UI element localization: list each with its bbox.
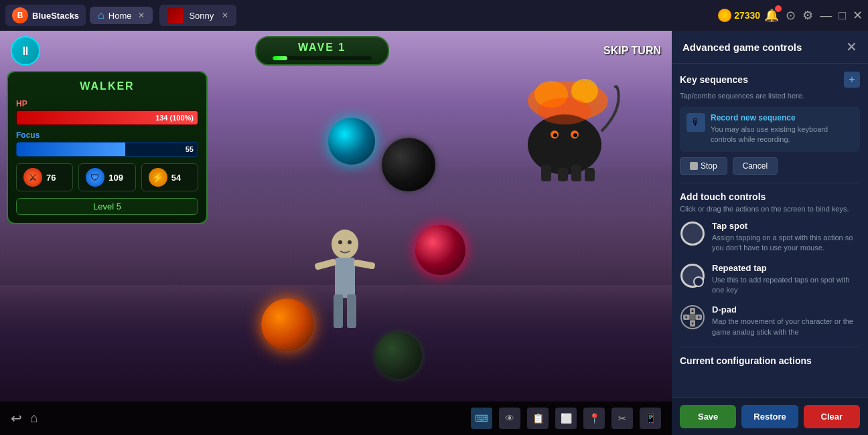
record-sequence-link[interactable]: Record new sequence (711, 113, 853, 122)
attack-stat: ⚔ 76 (16, 163, 73, 191)
record-icon: 🎙 (686, 113, 705, 132)
cancel-button[interactable]: Cancel (733, 157, 778, 175)
skip-turn-button[interactable]: SKIP TURN (603, 45, 661, 57)
stats-panel: WALKER HP 134 (100%) Focus 55 ⚔ 76 (7, 71, 208, 224)
focus-value: 55 (186, 145, 194, 153)
top-icons: 🔔 ⊙ ⚙ — □ ✕ (764, 8, 863, 23)
game-area: ⏸ WAVE 1 SKIP TURN WALKER HP 134 (100%) … (0, 31, 672, 435)
game-icon (167, 7, 184, 23)
level-bar: Level 5 (16, 198, 198, 215)
home-tab[interactable]: ⌂ Home ✕ (90, 7, 153, 24)
skill-orb-3[interactable] (415, 225, 465, 275)
character-name: WALKER (16, 80, 198, 92)
svg-rect-14 (335, 258, 355, 298)
divider-1 (680, 183, 860, 183)
skill-orb-5[interactable] (375, 332, 422, 379)
home-icon: ⌂ (98, 9, 104, 21)
hp-bar: 134 (100%) (16, 110, 198, 125)
bluestacks-logo: B BlueStacks (5, 5, 86, 26)
divider-2 (680, 347, 860, 347)
tap-spot-desc: Assign tapping on a spot with this actio… (712, 233, 860, 254)
key-sequences-title: Key sequences (680, 74, 748, 85)
repeated-tap-item: Repeated tap Use this to add repeated ta… (680, 263, 860, 296)
key-sequences-header: Key sequences + (680, 72, 860, 88)
speed-value: 54 (171, 173, 181, 183)
focus-fill (17, 143, 125, 156)
svg-rect-4 (541, 165, 551, 181)
defense-value: 109 (108, 173, 123, 183)
panel-close-button[interactable]: ✕ (846, 39, 857, 55)
scissors-icon[interactable]: ✂ (611, 408, 633, 429)
shield-icon: 🛡 (86, 168, 104, 187)
wave-title: WAVE 1 (273, 41, 372, 54)
svg-point-12 (538, 98, 591, 124)
dpad-icon-wrap (680, 304, 705, 330)
coin-display: 27330 (718, 9, 760, 22)
stop-cancel-row: Stop Cancel (680, 157, 860, 175)
camera-icon[interactable]: ⊙ (786, 8, 796, 23)
back-button[interactable]: ↩ (11, 410, 22, 426)
speed-icon: ⚡ (149, 168, 167, 187)
svg-rect-7 (585, 168, 595, 181)
tap-spot-text: Tap spot Assign tapping on a spot with t… (712, 221, 860, 254)
svg-point-19 (338, 240, 342, 244)
svg-rect-6 (571, 165, 581, 181)
wave-progress-bar (273, 56, 372, 60)
notif-badge (775, 5, 782, 12)
game-tab-close[interactable]: ✕ (222, 11, 228, 20)
rotate-icon[interactable]: 📱 (640, 408, 661, 429)
tap-spot-title: Tap spot (712, 221, 860, 231)
game-tab-label: Sonny (189, 11, 214, 21)
record-text: Record new sequence You may also use exi… (711, 113, 853, 145)
repeated-tap-icon (680, 264, 705, 288)
bluestacks-name: BlueStacks (32, 11, 79, 21)
stop-button[interactable]: Stop (680, 157, 727, 175)
restore-button[interactable]: Restore (741, 405, 798, 428)
minimize-icon[interactable]: — (820, 9, 832, 23)
eye-icon[interactable]: 👁 (499, 408, 520, 429)
close-window-icon[interactable]: ✕ (853, 8, 863, 23)
dpad-title: D-pad (712, 304, 860, 315)
save-button[interactable]: Save (680, 405, 736, 428)
stop-indicator (690, 162, 698, 170)
home-tab-label: Home (108, 11, 132, 21)
record-sequence-desc: You may also use existing keyboard contr… (711, 124, 853, 145)
dpad-text: D-pad Map the movement of your character… (712, 304, 860, 337)
pause-button[interactable]: ⏸ (11, 36, 40, 66)
stop-label: Stop (701, 161, 717, 171)
attack-value: 76 (46, 173, 56, 183)
repeated-tap-title: Repeated tap (712, 263, 860, 273)
home-tab-close[interactable]: ✕ (138, 11, 145, 20)
svg-point-26 (689, 314, 696, 321)
svg-rect-5 (558, 168, 568, 181)
location-icon[interactable]: 📍 (583, 408, 605, 429)
sword-icon: ⚔ (23, 168, 42, 187)
expand-icon[interactable]: ⬜ (555, 408, 577, 429)
skill-orb-1[interactable] (328, 118, 375, 165)
settings-icon[interactable]: ⚙ (802, 8, 813, 23)
speed-stat: ⚡ 54 (141, 163, 198, 191)
svg-rect-18 (353, 259, 375, 269)
bottom-toolbar: ↩ ⌂ ⌨ 👁 📋 ⬜ 📍 ✂ 📱 (0, 402, 672, 435)
copy-icon[interactable]: 📋 (527, 408, 549, 429)
main-content: ⏸ WAVE 1 SKIP TURN WALKER HP 134 (100%) … (0, 31, 868, 435)
game-topbar: ⏸ WAVE 1 SKIP TURN (0, 31, 672, 71)
wave-progress-fill (273, 56, 287, 60)
svg-point-10 (553, 133, 557, 137)
touch-controls-title: Add touch controls (680, 191, 860, 202)
record-sequence-row: 🎙 Record new sequence You may also use e… (680, 106, 860, 152)
dpad-item: D-pad Map the movement of your character… (680, 304, 860, 337)
hp-label: HP (16, 99, 198, 108)
skill-orb-4[interactable] (261, 298, 313, 351)
repeated-tap-icon-wrap (680, 263, 705, 288)
add-sequence-button[interactable]: + (844, 72, 860, 88)
game-tab[interactable]: Sonny ✕ (159, 5, 236, 26)
skill-orb-2[interactable] (382, 138, 435, 191)
focus-bar: 55 (16, 142, 198, 157)
bluestacks-icon: B (12, 7, 28, 23)
notification-icon[interactable]: 🔔 (764, 8, 779, 23)
keyboard-icon[interactable]: ⌨ (471, 408, 492, 429)
home-button[interactable]: ⌂ (30, 410, 38, 426)
clear-button[interactable]: Clear (804, 405, 860, 428)
maximize-icon[interactable]: □ (839, 9, 846, 23)
